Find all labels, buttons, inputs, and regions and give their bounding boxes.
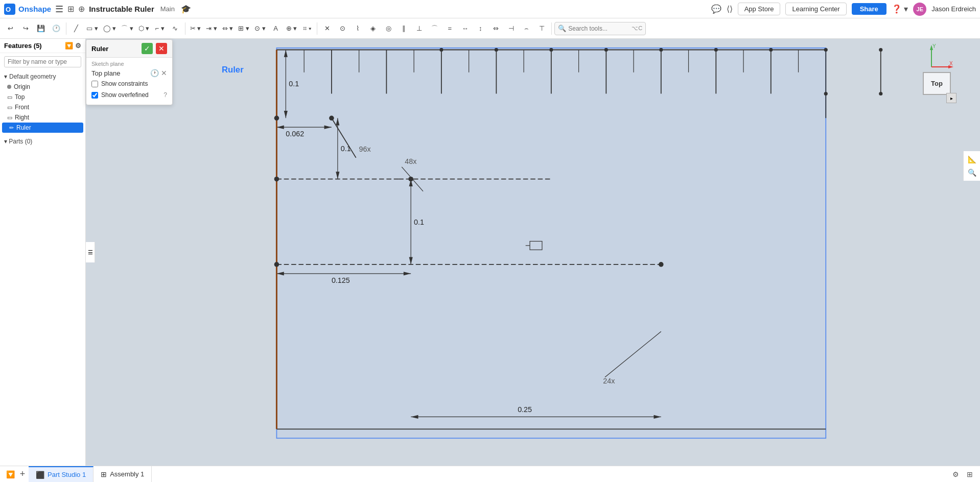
sketch-confirm-button[interactable]: ✓ — [142, 43, 153, 54]
shortcut-hint: ⌥C — [632, 25, 642, 32]
bottombar-table-icon[interactable]: ⊞ — [964, 468, 976, 480]
tangent-button[interactable]: ⌒ — [427, 21, 441, 36]
logo-text: Onshape — [18, 5, 51, 13]
show-overdefined-option: Show overfefined ? — [86, 89, 172, 101]
help-button[interactable]: ❓ ▾ — [892, 4, 908, 14]
concentric-button[interactable]: ◎ — [381, 21, 395, 36]
tab-assembly[interactable]: ⊞ Assembly 1 — [94, 466, 152, 483]
point-button[interactable]: ⊕ ▾ — [284, 21, 299, 36]
svg-text:X: X — [949, 61, 953, 66]
show-constraints-label: Show constraints — [101, 80, 148, 87]
tree-section: ▾ Default geometry Origin ▭ Top ▭ Front … — [0, 70, 85, 134]
chat-icon[interactable]: 💬 — [711, 4, 721, 14]
redo-button[interactable]: ↪ — [18, 21, 33, 36]
ruler-canvas-label: Ruler — [222, 65, 244, 75]
view-cube-top[interactable]: Top — [923, 72, 951, 95]
text-button[interactable]: A — [269, 21, 283, 36]
doc-branch: Main — [160, 5, 175, 13]
clock-icon[interactable]: 🕐 — [150, 69, 159, 77]
origin-item[interactable]: Origin — [0, 82, 85, 92]
avatar[interactable]: JE — [913, 3, 926, 16]
plane-icon-right: ▭ — [7, 114, 12, 121]
parallel-button[interactable]: ∥ — [396, 21, 411, 36]
settings-icon[interactable]: ⚙ — [75, 42, 81, 50]
parts-section[interactable]: ▾ Parts (0) — [0, 136, 85, 147]
collapse-panel-btn[interactable]: ☰ — [86, 242, 95, 262]
normal-button[interactable]: ⊤ — [534, 21, 549, 36]
help-icon-sketch[interactable]: ? — [164, 91, 167, 99]
symmetric-button[interactable]: ⇔ — [488, 21, 503, 36]
polygon-button[interactable]: ⬡ ▾ — [136, 21, 152, 36]
show-overdefined-checkbox[interactable] — [91, 92, 98, 99]
circle-button[interactable]: ◯ ▾ — [101, 21, 119, 36]
search-input[interactable] — [568, 25, 629, 32]
view-cube-right-face[interactable]: ▸ — [946, 93, 956, 103]
canvas[interactable]: Ruler — [86, 39, 980, 466]
svg-text:Y: Y — [932, 44, 936, 49]
bottombar-filter-button[interactable]: 🔽 — [4, 468, 16, 480]
svg-point-73 — [714, 48, 718, 52]
equal-button[interactable]: = — [442, 21, 457, 36]
app-store-button[interactable]: App Store — [738, 3, 781, 15]
mirror-button[interactable]: ⇔ ▾ — [220, 21, 236, 36]
sketch-panel: Ruler ✓ ✕ Sketch plane Top plane 🕐 ✕ Sho… — [86, 39, 173, 105]
collinear-button[interactable]: ⌢ — [519, 21, 533, 36]
horizontal-button[interactable]: ↔ — [458, 21, 472, 36]
tutorial-icon[interactable]: 🎓 — [181, 4, 191, 14]
coincident-button[interactable]: ◈ — [366, 21, 380, 36]
linear-pattern[interactable]: ⊞ ▾ — [236, 21, 251, 36]
ruler-sketch-item[interactable]: ✏ Ruler — [2, 123, 83, 133]
feature-filter-input[interactable] — [4, 56, 81, 67]
top-plane-item[interactable]: ▭ Top — [0, 92, 85, 102]
sketch-cancel-button[interactable]: ✕ — [156, 43, 167, 54]
use-button[interactable]: ⌗ ▾ — [300, 21, 314, 36]
origin-dot — [7, 85, 11, 89]
line-button[interactable]: ╱ — [69, 21, 83, 36]
toolbar-icon-1[interactable]: ⊞ — [67, 4, 74, 14]
sketch-canvas: Ruler — [86, 39, 980, 466]
vertical-button[interactable]: ↕ — [473, 21, 487, 36]
rectangle-button[interactable]: ▭ ▾ — [84, 21, 100, 36]
hamburger-icon[interactable]: ☰ — [55, 4, 63, 15]
offset-button[interactable]: ⇥ ▾ — [204, 21, 219, 36]
plane-close-icon[interactable]: ✕ — [161, 69, 167, 77]
fillet-button[interactable]: ⌐ ▾ — [153, 21, 167, 36]
default-geometry-header[interactable]: ▾ Default geometry — [0, 71, 85, 82]
trim-button[interactable]: ✂ ▾ — [188, 21, 203, 36]
bottombar-settings-icon[interactable]: ⚙ — [949, 468, 962, 480]
svg-text:0.1: 0.1 — [414, 218, 424, 226]
learning-center-button[interactable]: Learning Center — [785, 3, 846, 15]
measure-icon[interactable]: 📐 — [966, 153, 978, 165]
midpoint-button[interactable]: ⊣ — [504, 21, 518, 36]
show-overdefined-label: Show overfefined — [101, 91, 149, 99]
svg-point-64 — [274, 177, 279, 182]
collapse-icon-parts: ▾ — [4, 138, 7, 145]
inspect-icon[interactable]: 🔍 — [966, 166, 978, 179]
undo-button[interactable]: ↩ — [3, 21, 17, 36]
show-constraints-checkbox[interactable] — [91, 81, 98, 87]
svg-text:0.1: 0.1 — [289, 80, 299, 88]
tab-part-studio[interactable]: ⬛ Part Studio 1 — [29, 466, 94, 483]
circular-pattern[interactable]: ⊙ ▾ — [252, 21, 268, 36]
bottombar-add-button[interactable]: + — [16, 468, 29, 480]
username: Jason Erdreich — [931, 5, 976, 13]
front-plane-item[interactable]: ▭ Front — [0, 102, 85, 112]
svg-point-63 — [329, 115, 334, 120]
fix-button[interactable]: ⌇ — [351, 21, 365, 36]
logo[interactable]: O Onshape — [4, 4, 51, 15]
share-button[interactable]: Share — [852, 3, 886, 15]
filter-icon[interactable]: 🔽 — [65, 42, 73, 50]
save-button[interactable]: 💾 — [34, 21, 48, 36]
features-header: Features (5) 🔽 ⚙ — [0, 39, 85, 53]
construction-button[interactable]: ✕ — [320, 21, 334, 36]
svg-text:0.125: 0.125 — [332, 276, 350, 284]
history-button[interactable]: 🕐 — [49, 21, 63, 36]
right-plane-item[interactable]: ▭ Right — [0, 112, 85, 123]
sep3 — [317, 22, 317, 35]
toolbar-icon-2[interactable]: ⊕ — [78, 4, 85, 14]
spline-button[interactable]: ∿ — [168, 21, 182, 36]
arc-button[interactable]: ⌒ ▾ — [119, 21, 135, 36]
code-icon[interactable]: ⟨⟩ — [727, 4, 733, 14]
perpendicular-button[interactable]: ⊥ — [412, 21, 426, 36]
dimension-button[interactable]: ⊙ — [335, 21, 349, 36]
